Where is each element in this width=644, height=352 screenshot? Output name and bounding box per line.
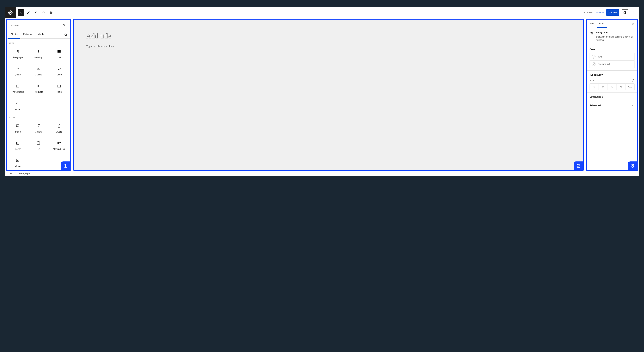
annotation-badge-2: 2 xyxy=(574,161,583,170)
pattern-directory-button[interactable] xyxy=(63,31,69,38)
empty-swatch-icon xyxy=(592,62,596,66)
search-icon xyxy=(62,24,66,27)
block-item-verse[interactable]: Verse xyxy=(8,97,28,114)
block-item-list[interactable]: List xyxy=(49,46,69,62)
svg-point-21 xyxy=(633,74,633,74)
save-status: Saved xyxy=(582,11,593,14)
gallery-icon xyxy=(36,124,40,128)
block-item-label: Media & Text xyxy=(53,148,66,150)
color-panel: Color Text Background xyxy=(587,45,637,71)
video-icon xyxy=(16,158,20,163)
pullquote-icon xyxy=(36,84,40,88)
block-item-image[interactable]: Image xyxy=(8,120,28,137)
table-icon xyxy=(57,84,61,88)
block-item-label: Classic xyxy=(35,73,42,76)
tab-patterns[interactable]: Patterns xyxy=(20,31,35,39)
options-button[interactable] xyxy=(631,9,637,16)
code-icon xyxy=(57,67,61,71)
block-item-paragraph[interactable]: Paragraph xyxy=(8,46,28,62)
block-item-mediatext[interactable]: Media & Text xyxy=(49,137,69,154)
block-item-classic[interactable]: Classic xyxy=(28,63,48,79)
settings-toggle-button[interactable] xyxy=(622,9,628,16)
editor-canvas[interactable]: Add title Type / to choose a block 2 xyxy=(73,19,584,171)
document-overview-button[interactable] xyxy=(48,9,54,16)
block-item-heading[interactable]: Heading xyxy=(28,46,48,62)
block-item-pullquote[interactable]: Pullquote xyxy=(28,80,48,97)
tab-blocks[interactable]: Blocks xyxy=(8,31,20,39)
preview-link[interactable]: Preview xyxy=(596,11,604,14)
svg-point-18 xyxy=(633,48,633,48)
font-size-xl[interactable]: XL xyxy=(616,84,625,90)
block-item-file[interactable]: File xyxy=(28,137,48,154)
font-size-l[interactable]: L xyxy=(608,84,616,90)
dimensions-panel[interactable]: Dimensions xyxy=(587,93,637,101)
close-settings-button[interactable] xyxy=(630,20,636,27)
font-size-m[interactable]: M xyxy=(598,84,608,90)
color-panel-options[interactable] xyxy=(631,48,634,51)
breadcrumb-root[interactable]: Post xyxy=(10,172,14,175)
svg-point-3 xyxy=(634,12,634,13)
block-item-label: Paragraph xyxy=(13,56,23,59)
settings-sidebar: Post Block Paragraph Start with the basi… xyxy=(586,19,638,171)
paragraph-placeholder[interactable]: Type / to choose a block xyxy=(86,45,571,48)
typography-panel: Typography SIZE SMLXLXXL xyxy=(587,71,637,93)
redo-button xyxy=(40,9,47,16)
toolbar-left xyxy=(16,9,54,16)
block-search-input[interactable] xyxy=(11,24,61,27)
settings-tabs: Post Block xyxy=(587,19,637,28)
check-icon xyxy=(582,11,586,14)
pencil-icon xyxy=(26,11,30,14)
chevron-right-icon: › xyxy=(16,172,17,175)
tab-post-settings[interactable]: Post xyxy=(588,19,597,28)
annotation-badge-3: 3 xyxy=(628,161,637,170)
font-size-buttons: SMLXLXXL xyxy=(590,83,634,90)
svg-rect-1 xyxy=(625,11,626,14)
toggle-inserter-button[interactable] xyxy=(18,9,24,16)
pattern-icon xyxy=(64,33,68,37)
block-item-gallery[interactable]: Gallery xyxy=(28,120,48,137)
block-item-table[interactable]: Table xyxy=(49,80,69,97)
block-item-label: Verse xyxy=(15,108,20,110)
text-color-control[interactable]: Text xyxy=(590,53,634,60)
empty-swatch-icon xyxy=(592,55,596,58)
paragraph-icon xyxy=(16,49,20,54)
post-title-placeholder[interactable]: Add title xyxy=(86,32,571,40)
tools-button[interactable] xyxy=(25,9,32,16)
advanced-panel[interactable]: Advanced xyxy=(587,101,637,109)
sliders-icon[interactable] xyxy=(631,79,634,82)
typography-panel-options[interactable] xyxy=(631,73,634,76)
block-item-video[interactable]: Video xyxy=(8,155,28,170)
audio-icon xyxy=(57,124,61,128)
undo-icon xyxy=(34,10,38,14)
editor-body: Blocks Patterns Media TEXTParagraphHeadi… xyxy=(5,18,639,171)
block-item-cover[interactable]: Cover xyxy=(8,137,28,154)
advanced-expand-button[interactable] xyxy=(631,104,634,107)
block-item-label: Audio xyxy=(56,131,62,133)
block-item-label: Image xyxy=(15,131,21,133)
annotation-badge-1: 1 xyxy=(61,161,70,170)
undo-button[interactable] xyxy=(33,9,39,16)
close-icon xyxy=(632,22,635,25)
publish-button[interactable]: Publish xyxy=(606,9,619,16)
block-inserter-panel: Blocks Patterns Media TEXTParagraphHeadi… xyxy=(6,19,71,171)
tab-media[interactable]: Media xyxy=(35,31,47,39)
mediatext-icon xyxy=(57,141,61,145)
font-size-s[interactable]: S xyxy=(590,84,598,90)
breadcrumb-current[interactable]: Paragraph xyxy=(19,172,30,175)
block-item-quote[interactable]: Quote xyxy=(8,63,28,79)
wordpress-logo[interactable] xyxy=(5,7,16,18)
block-item-code[interactable]: Code xyxy=(49,63,69,79)
list-view-icon xyxy=(49,11,53,14)
block-item-label: Table xyxy=(56,91,62,93)
dimensions-add-button[interactable] xyxy=(631,95,634,98)
background-color-control[interactable]: Background xyxy=(590,60,634,68)
font-size-xxl[interactable]: XXL xyxy=(625,84,634,90)
dimensions-panel-title: Dimensions xyxy=(590,95,603,98)
svg-point-23 xyxy=(633,75,633,76)
block-item-label: Preformatted xyxy=(12,91,24,93)
block-item-preformatted[interactable]: Preformatted xyxy=(8,80,28,97)
tab-block-settings[interactable]: Block xyxy=(597,19,607,28)
block-search-box[interactable] xyxy=(9,22,68,29)
block-item-audio[interactable]: Audio xyxy=(49,120,69,137)
advanced-panel-title: Advanced xyxy=(590,104,601,107)
